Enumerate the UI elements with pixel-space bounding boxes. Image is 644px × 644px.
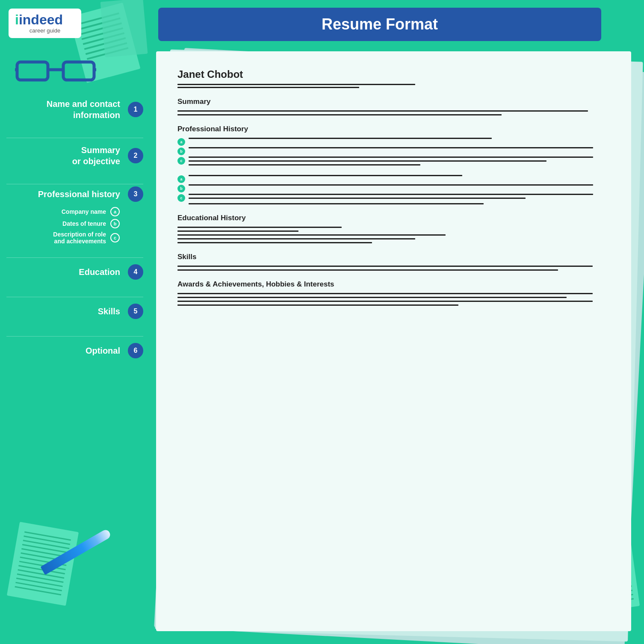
subitem-dates: Dates of tenure b [6, 219, 120, 228]
job1-c-line1 [189, 157, 593, 158]
job1-b-line1 [189, 147, 593, 148]
resume-paper: Janet Chobot Summary Professional Histor… [156, 51, 631, 631]
awards-section: Awards & Achievements, Hobbies & Interes… [177, 280, 610, 306]
sidebar-item-contact: Name and contact information 1 [6, 94, 143, 125]
sidebar-divider-5 [6, 336, 143, 337]
sidebar-item-skills: Skills 5 [6, 299, 143, 323]
subitem-description-badge: c [110, 233, 120, 242]
sidebar-number-5: 5 [128, 304, 143, 319]
name-line-1 [177, 84, 415, 85]
sidebar-number-3: 3 [128, 186, 143, 202]
job-block-2: a b c [177, 175, 610, 204]
sidebar-label-professional: Professional history [6, 189, 120, 200]
sidebar-divider-2 [6, 184, 143, 184]
resume-name: Janet Chobot [177, 68, 610, 80]
skills-line-2 [177, 269, 558, 271]
job2-b-line1 [189, 184, 593, 186]
sidebar-divider-3 [6, 257, 143, 258]
skills-title: Skills [177, 253, 610, 261]
svg-rect-1 [63, 62, 94, 80]
education-section: Educational History [177, 214, 610, 243]
subitem-dates-label: Dates of tenure [62, 220, 106, 227]
awards-line-4 [177, 304, 458, 306]
sidebar-item-professional: Professional history 3 Company name a Da… [6, 186, 143, 245]
subitem-description-label: Description of roleand achievements [53, 231, 106, 245]
sidebar-number-2: 2 [128, 148, 143, 163]
job-block-1: a b c [177, 138, 610, 168]
edu-line-3 [177, 234, 446, 236]
logo-text: iindeed [15, 13, 75, 27]
job2-badge-c: c [177, 194, 185, 202]
title-banner: Resume Format [158, 8, 601, 41]
sidebar-label-summary: Summaryor objective [6, 145, 120, 167]
sidebar-label-skills: Skills [6, 306, 120, 317]
professional-title: Professional History [177, 125, 610, 133]
job2-bullet-a: a [177, 175, 610, 183]
summary-line-1 [177, 110, 588, 112]
awards-line-3 [177, 301, 593, 302]
subitem-company: Company name a [6, 207, 120, 216]
skills-section: Skills [177, 253, 610, 271]
sidebar-label-optional: Optional [6, 345, 120, 356]
awards-title: Awards & Achievements, Hobbies & Interes… [177, 280, 610, 289]
edu-line-5 [177, 242, 372, 243]
decorative-paper-bottomleft [7, 522, 79, 606]
job2-extra-line [189, 203, 484, 204]
job1-badge-c: c [177, 157, 185, 165]
professional-section: Professional History a b c [177, 125, 610, 204]
job1-a-line [189, 138, 492, 139]
subitem-description: Description of roleand achievements c [6, 231, 120, 245]
resume-area: Janet Chobot Summary Professional Histor… [156, 51, 631, 631]
decorative-paper-top2 [100, 0, 148, 57]
job1-bullet-c: c [177, 157, 610, 168]
sidebar-label-education: Education [6, 266, 120, 278]
education-title: Educational History [177, 214, 610, 222]
logo-tagline: career guide [15, 27, 75, 34]
professional-subitems: Company name a Dates of tenure b Descrip… [6, 207, 120, 245]
job2-a-line [189, 175, 462, 176]
sidebar-item-education: Education 4 [6, 260, 143, 284]
job1-badge-a: a [177, 138, 185, 146]
awards-line-1 [177, 293, 593, 294]
job1-c-line3 [189, 164, 420, 165]
job1-c-line2 [189, 160, 547, 162]
sidebar-label-contact: Name and contact information [6, 98, 120, 121]
job2-bullet-c: c [177, 194, 610, 202]
sidebar-item-summary: Summaryor objective 2 [6, 140, 143, 171]
edu-line-4 [177, 238, 415, 239]
awards-line-2 [177, 297, 567, 298]
sidebar-number-4: 4 [128, 264, 143, 280]
edu-line-1 [177, 227, 342, 228]
subitem-dates-badge: b [110, 219, 120, 228]
name-line-2 [177, 87, 359, 88]
subitem-company-label: Company name [62, 208, 106, 215]
job2-c-line1 [189, 194, 593, 195]
sidebar-divider-1 [6, 138, 143, 138]
skills-line-1 [177, 266, 593, 267]
sidebar-divider-4 [6, 297, 143, 297]
indeed-logo: iindeed career guide [9, 9, 81, 38]
edu-line-2 [177, 230, 298, 232]
sidebar-item-optional: Optional 6 [6, 339, 143, 363]
svg-rect-0 [17, 62, 48, 80]
subitem-company-badge: a [110, 207, 120, 216]
summary-title: Summary [177, 97, 610, 106]
job1-bullet-a: a [177, 138, 610, 146]
job1-badge-b: b [177, 148, 185, 155]
sidebar: Name and contact information 1 Summaryor… [0, 86, 150, 384]
job2-badge-b: b [177, 185, 185, 192]
summary-line-2 [177, 114, 502, 115]
sidebar-number-1: 1 [128, 102, 143, 117]
job1-bullet-b: b [177, 147, 610, 155]
sidebar-number-6: 6 [128, 343, 143, 358]
page-title: Resume Format [171, 15, 588, 33]
job2-c-line2 [189, 198, 526, 199]
job2-bullet-b: b [177, 184, 610, 192]
job2-badge-a: a [177, 175, 185, 183]
glasses-decoration [15, 53, 100, 89]
summary-section: Summary [177, 97, 610, 115]
